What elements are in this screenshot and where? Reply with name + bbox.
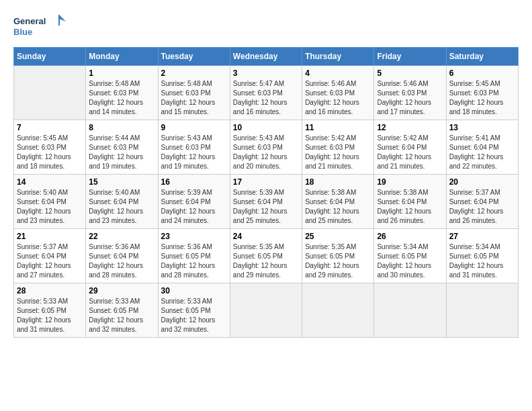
day-info: Sunrise: 5:45 AMSunset: 6:03 PMDaylight:… [17,134,83,171]
calendar-cell: 16Sunrise: 5:39 AMSunset: 6:04 PMDayligh… [158,175,230,229]
calendar-cell: 8Sunrise: 5:44 AMSunset: 6:03 PMDaylight… [86,120,158,175]
day-info: Sunrise: 5:46 AMSunset: 6:03 PMDaylight:… [377,79,443,117]
svg-text:General: General [13,16,46,26]
day-number: 19 [377,177,443,187]
day-info: Sunrise: 5:36 AMSunset: 6:04 PMDaylight:… [89,242,154,280]
calendar-cell: 9Sunrise: 5:43 AMSunset: 6:03 PMDaylight… [158,120,230,175]
day-number: 10 [233,123,299,132]
day-number: 3 [233,68,299,78]
day-info: Sunrise: 5:41 AMSunset: 6:04 PMDaylight:… [449,134,515,171]
day-number: 21 [17,232,83,241]
day-number: 27 [449,232,515,241]
calendar-cell: 6Sunrise: 5:45 AMSunset: 6:03 PMDaylight… [446,66,518,120]
day-info: Sunrise: 5:37 AMSunset: 6:04 PMDaylight:… [449,188,515,226]
day-number: 8 [89,123,154,132]
day-number: 11 [305,123,371,132]
calendar-cell [374,283,446,338]
day-number: 13 [449,123,515,132]
calendar-week-3: 14Sunrise: 5:40 AMSunset: 6:04 PMDayligh… [14,175,519,229]
day-number: 2 [161,68,227,78]
calendar-cell: 24Sunrise: 5:35 AMSunset: 6:05 PMDayligh… [230,229,302,283]
day-info: Sunrise: 5:45 AMSunset: 6:03 PMDaylight:… [449,79,515,117]
day-info: Sunrise: 5:33 AMSunset: 6:05 PMDaylight:… [161,297,227,334]
calendar-cell: 29Sunrise: 5:33 AMSunset: 6:05 PMDayligh… [86,283,158,338]
column-header-monday: Monday [86,48,158,66]
svg-text:Blue: Blue [13,27,32,37]
day-info: Sunrise: 5:46 AMSunset: 6:03 PMDaylight:… [305,79,371,117]
calendar-cell: 4Sunrise: 5:46 AMSunset: 6:03 PMDaylight… [302,66,374,120]
calendar-cell: 11Sunrise: 5:42 AMSunset: 6:03 PMDayligh… [302,120,374,175]
column-header-saturday: Saturday [446,48,518,66]
calendar-cell: 19Sunrise: 5:38 AMSunset: 6:04 PMDayligh… [374,175,446,229]
calendar-cell: 21Sunrise: 5:37 AMSunset: 6:04 PMDayligh… [14,229,86,283]
day-number: 4 [305,68,371,78]
day-info: Sunrise: 5:48 AMSunset: 6:03 PMDaylight:… [161,79,227,117]
day-info: Sunrise: 5:40 AMSunset: 6:04 PMDaylight:… [17,188,83,226]
day-number: 24 [233,232,299,241]
calendar-cell: 28Sunrise: 5:33 AMSunset: 6:05 PMDayligh… [14,283,86,338]
day-number: 14 [17,177,83,187]
day-info: Sunrise: 5:35 AMSunset: 6:05 PMDaylight:… [233,242,299,280]
day-info: Sunrise: 5:37 AMSunset: 6:04 PMDaylight:… [17,242,83,280]
calendar-cell: 26Sunrise: 5:34 AMSunset: 6:05 PMDayligh… [374,229,446,283]
calendar-table: SundayMondayTuesdayWednesdayThursdayFrid… [13,47,519,338]
svg-marker-2 [59,15,66,21]
calendar-cell: 3Sunrise: 5:47 AMSunset: 6:03 PMDaylight… [230,66,302,120]
day-info: Sunrise: 5:40 AMSunset: 6:04 PMDaylight:… [89,188,154,226]
day-info: Sunrise: 5:35 AMSunset: 6:05 PMDaylight:… [305,242,371,280]
day-number: 12 [377,123,443,132]
day-info: Sunrise: 5:42 AMSunset: 6:03 PMDaylight:… [305,134,371,171]
day-info: Sunrise: 5:42 AMSunset: 6:04 PMDaylight:… [377,134,443,171]
day-number: 16 [161,177,227,187]
calendar-cell: 10Sunrise: 5:43 AMSunset: 6:03 PMDayligh… [230,120,302,175]
column-header-tuesday: Tuesday [158,48,230,66]
column-header-wednesday: Wednesday [230,48,302,66]
day-info: Sunrise: 5:39 AMSunset: 6:04 PMDaylight:… [233,188,299,226]
calendar-cell: 15Sunrise: 5:40 AMSunset: 6:04 PMDayligh… [86,175,158,229]
calendar-cell: 30Sunrise: 5:33 AMSunset: 6:05 PMDayligh… [158,283,230,338]
day-number: 5 [377,68,443,78]
calendar-cell: 18Sunrise: 5:38 AMSunset: 6:04 PMDayligh… [302,175,374,229]
calendar-cell: 22Sunrise: 5:36 AMSunset: 6:04 PMDayligh… [86,229,158,283]
calendar-cell [302,283,374,338]
page-header: General Blue [13,13,519,40]
day-number: 28 [17,286,83,295]
day-number: 29 [89,286,154,295]
day-number: 1 [89,68,154,78]
calendar-cell: 13Sunrise: 5:41 AMSunset: 6:04 PMDayligh… [446,120,518,175]
day-info: Sunrise: 5:39 AMSunset: 6:04 PMDaylight:… [161,188,227,226]
calendar-week-5: 28Sunrise: 5:33 AMSunset: 6:05 PMDayligh… [14,283,519,338]
calendar-cell: 17Sunrise: 5:39 AMSunset: 6:04 PMDayligh… [230,175,302,229]
day-info: Sunrise: 5:38 AMSunset: 6:04 PMDaylight:… [305,188,371,226]
calendar-week-1: 1Sunrise: 5:48 AMSunset: 6:03 PMDaylight… [14,66,519,120]
day-info: Sunrise: 5:48 AMSunset: 6:03 PMDaylight:… [89,79,154,117]
calendar-cell: 7Sunrise: 5:45 AMSunset: 6:03 PMDaylight… [14,120,86,175]
day-info: Sunrise: 5:38 AMSunset: 6:04 PMDaylight:… [377,188,443,226]
logo-svg: General Blue [13,13,67,40]
day-number: 30 [161,286,227,295]
calendar-week-2: 7Sunrise: 5:45 AMSunset: 6:03 PMDaylight… [14,120,519,175]
day-info: Sunrise: 5:43 AMSunset: 6:03 PMDaylight:… [161,134,227,171]
day-number: 6 [449,68,515,78]
calendar-cell: 2Sunrise: 5:48 AMSunset: 6:03 PMDaylight… [158,66,230,120]
calendar-cell [446,283,518,338]
day-info: Sunrise: 5:33 AMSunset: 6:05 PMDaylight:… [89,297,154,334]
day-number: 23 [161,232,227,241]
calendar-week-4: 21Sunrise: 5:37 AMSunset: 6:04 PMDayligh… [14,229,519,283]
day-info: Sunrise: 5:34 AMSunset: 6:05 PMDaylight:… [449,242,515,280]
calendar-cell: 1Sunrise: 5:48 AMSunset: 6:03 PMDaylight… [86,66,158,120]
day-number: 18 [305,177,371,187]
day-number: 25 [305,232,371,241]
column-header-sunday: Sunday [14,48,86,66]
calendar-cell [14,66,86,120]
day-number: 7 [17,123,83,132]
day-info: Sunrise: 5:34 AMSunset: 6:05 PMDaylight:… [377,242,443,280]
day-number: 20 [449,177,515,187]
column-header-thursday: Thursday [302,48,374,66]
day-info: Sunrise: 5:36 AMSunset: 6:05 PMDaylight:… [161,242,227,280]
calendar-cell [230,283,302,338]
calendar-cell: 12Sunrise: 5:42 AMSunset: 6:04 PMDayligh… [374,120,446,175]
day-number: 9 [161,123,227,132]
column-header-friday: Friday [374,48,446,66]
day-number: 17 [233,177,299,187]
